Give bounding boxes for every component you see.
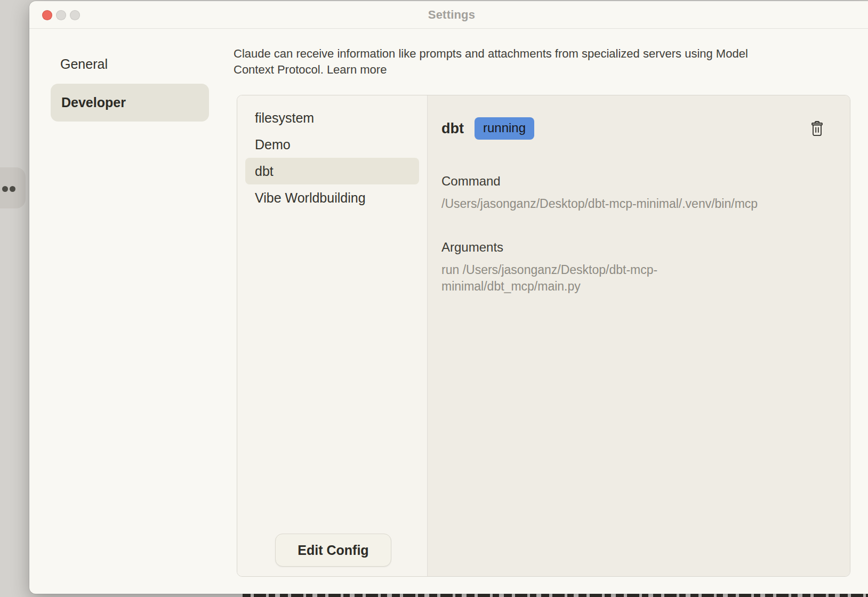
server-item-dbt[interactable]: dbt — [245, 158, 419, 184]
server-detail-column: dbt running Command — [427, 95, 850, 576]
sidebar-item-developer[interactable]: Developer — [51, 84, 209, 122]
server-item-demo[interactable]: Demo — [237, 131, 427, 158]
titlebar[interactable]: Settings — [29, 1, 868, 29]
delete-server-button[interactable] — [808, 119, 825, 138]
background-overflow-pill[interactable] — [0, 167, 26, 208]
sidebar-item-label: General — [60, 57, 108, 72]
server-detail-header: dbt running — [441, 117, 825, 140]
command-field: Command /Users/jasonganz/Desktop/dbt-mcp… — [441, 174, 825, 212]
sidebar-item-general[interactable]: General — [51, 52, 117, 76]
close-window-icon[interactable] — [42, 10, 52, 20]
server-item-label: Demo — [255, 137, 291, 152]
command-label: Command — [441, 174, 825, 189]
zoom-window-icon[interactable] — [70, 10, 80, 20]
dot-icon — [2, 186, 8, 192]
mcp-servers-panel: filesystem Demo dbt Vibe Worldbuilding E… — [237, 95, 850, 577]
dot-icon — [10, 186, 15, 192]
learn-more-link[interactable]: Learn more — [327, 63, 387, 76]
server-item-vibe-worldbuilding[interactable]: Vibe Worldbuilding — [237, 184, 427, 211]
minimize-window-icon[interactable] — [56, 10, 66, 20]
arguments-value: run /Users/jasonganz/Desktop/dbt-mcp-min… — [441, 262, 676, 295]
settings-window: Settings General Developer Claude can re… — [29, 1, 868, 594]
server-list: filesystem Demo dbt Vibe Worldbuilding — [237, 95, 427, 211]
status-badge: running — [475, 117, 534, 140]
server-item-label: Vibe Worldbuilding — [255, 190, 366, 206]
server-item-label: dbt — [255, 164, 274, 179]
arguments-label: Arguments — [441, 240, 825, 255]
mcp-description: Claude can receive information like prom… — [234, 46, 788, 78]
edit-config-button[interactable]: Edit Config — [275, 534, 391, 567]
sidebar-item-label: Developer — [61, 95, 126, 110]
window-title: Settings — [428, 8, 475, 22]
server-name: dbt — [441, 120, 464, 137]
server-item-label: filesystem — [255, 110, 314, 126]
trash-icon — [810, 120, 824, 137]
server-list-column: filesystem Demo dbt Vibe Worldbuilding E… — [237, 95, 427, 576]
arguments-field: Arguments run /Users/jasonganz/Desktop/d… — [441, 240, 825, 295]
traffic-lights — [42, 10, 80, 20]
server-item-filesystem[interactable]: filesystem — [237, 104, 427, 131]
command-value: /Users/jasonganz/Desktop/dbt-mcp-minimal… — [441, 196, 825, 212]
mcp-description-text: Claude can receive information like prom… — [234, 47, 748, 76]
